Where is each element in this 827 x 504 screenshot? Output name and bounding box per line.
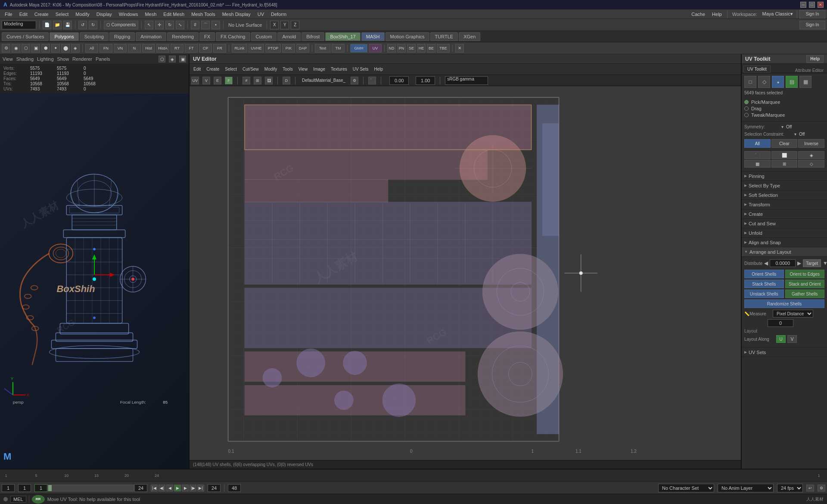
shelf-dap-btn[interactable]: DAP — [296, 44, 309, 53]
char-set-select[interactable]: No Character Set — [658, 484, 714, 492]
sel-icon-6[interactable]: ◇ — [798, 160, 824, 168]
shelf-icon-3[interactable]: ⬡ — [22, 44, 30, 53]
tab-turtle[interactable]: TURTLE — [430, 32, 458, 41]
uv-checker-btn[interactable]: ⬛ — [368, 77, 376, 84]
unstack-shells-btn[interactable]: Unstack Shells — [744, 289, 784, 298]
shelf-uvhe-btn[interactable]: UVHE — [249, 44, 264, 53]
next-key-btn[interactable]: |▶ — [190, 485, 196, 492]
measure-select[interactable]: Pixel Distance UV Distance — [773, 310, 813, 317]
current-time-input[interactable] — [18, 484, 31, 492]
uv-img-btn[interactable]: 🖼 — [265, 77, 273, 84]
shelf-icon-8[interactable]: ◈ — [71, 44, 80, 53]
shelf-fn-btn[interactable]: All — [85, 44, 98, 53]
tab-xgen[interactable]: XGen — [459, 32, 480, 41]
viewport-menu-panels[interactable]: Panels — [96, 56, 110, 62]
settings-btn[interactable]: ⚙ — [818, 485, 825, 492]
play-btn[interactable]: ▶ — [174, 485, 181, 492]
uv-snap-btn[interactable]: ⊞ — [254, 77, 261, 84]
uv-canvas[interactable]: 0.1 0 1 1.1 1.2 人人素材 RCG RCG — [190, 86, 741, 460]
shelf-fn-btn6[interactable]: HistA — [156, 44, 169, 53]
select-by-type-section-header[interactable]: ▶ Select By Type — [742, 181, 827, 190]
viewport-menu-renderer[interactable]: Renderer — [72, 56, 92, 62]
sel-inverse-btn[interactable]: Inverse — [798, 139, 824, 148]
sel-all-btn[interactable]: All — [744, 139, 771, 148]
shelf-het-btn[interactable]: HE — [417, 44, 426, 53]
x-axis-btn[interactable]: X — [270, 21, 279, 29]
shelf-close-btn[interactable]: ✕ — [455, 44, 464, 53]
play-range-slider[interactable] — [48, 485, 134, 492]
move-tool-icon[interactable]: ✛ — [155, 21, 164, 29]
uv-menu-help[interactable]: Help — [372, 66, 385, 72]
tab-fx[interactable]: FX — [199, 32, 215, 41]
uv-grid-btn[interactable]: # — [243, 77, 250, 84]
undo-icon[interactable]: ↺ — [78, 21, 87, 29]
3d-model-viewport[interactable]: 人人素材 RCG BoxShih — [0, 93, 189, 469]
fps-select[interactable]: 24 fps — [777, 484, 803, 492]
shelf-fn-btn9[interactable]: CP — [199, 44, 212, 53]
transform-section-header[interactable]: ▶ Transform — [742, 200, 827, 209]
shelf-fn-btn5[interactable]: Hist — [142, 44, 155, 53]
prev-key-btn[interactable]: ◀| — [159, 485, 165, 492]
tab-fx-caching[interactable]: FX Caching — [216, 32, 250, 41]
tab-animation[interactable]: Animation — [136, 32, 166, 41]
viewport-icon-1[interactable]: ⬡ — [159, 56, 165, 62]
viewport-3d[interactable]: View Shading Lighting Show Renderer Pane… — [0, 54, 190, 469]
sel-icon-2[interactable]: ⬜ — [771, 151, 798, 159]
uv-mode-edge[interactable]: E — [214, 77, 221, 84]
shelf-tbe-btn[interactable]: TBE — [437, 44, 450, 53]
orient-shells-btn[interactable]: Orient Shells — [744, 270, 784, 278]
uv-menu-select[interactable]: Select — [223, 66, 239, 72]
components-button[interactable]: ⬡ Components — [104, 21, 138, 29]
snap-point-icon[interactable]: • — [211, 21, 220, 29]
uv-menu-tools[interactable]: Tools — [280, 66, 295, 72]
menu-display[interactable]: Display — [93, 11, 115, 18]
shelf-icon-1[interactable]: ⚙ — [2, 44, 10, 53]
attr-tab-main[interactable]: UV Toolkit — [743, 65, 771, 73]
tab-rigging[interactable]: Rigging — [109, 32, 135, 41]
close-button[interactable]: ✕ — [818, 2, 824, 8]
distribute-target-btn[interactable]: Target — [803, 259, 821, 267]
arrange-layout-header[interactable]: ▼ Arrange and Layout — [742, 247, 827, 257]
menu-edit[interactable]: Edit — [16, 11, 31, 18]
menu-select[interactable]: Select — [53, 11, 72, 18]
shelf-fn-btn10[interactable]: FR — [213, 44, 226, 53]
viewport-menu-lighting[interactable]: Lighting — [37, 56, 54, 62]
uv-menu-uvsets[interactable]: UV Sets — [351, 66, 371, 72]
open-scene-icon[interactable]: 📁 — [53, 21, 62, 29]
shelf-nd-btn[interactable]: ND — [387, 44, 396, 53]
uv-mode-vert[interactable]: V — [202, 77, 210, 84]
sel-icon-3[interactable]: ◈ — [798, 151, 824, 159]
tab-polygons[interactable]: Polygons — [50, 32, 78, 41]
snap-grid-icon[interactable]: # — [191, 21, 199, 29]
shelf-ptop-btn[interactable]: PTOP — [265, 44, 281, 53]
new-scene-icon[interactable]: 📄 — [43, 21, 51, 29]
stack-and-orient-btn[interactable]: Stack and Orient — [785, 280, 825, 288]
menu-modify[interactable]: Modify — [72, 11, 92, 18]
shelf-rlink-btn[interactable]: RLink — [232, 44, 247, 53]
menu-deform[interactable]: Deform — [268, 11, 289, 18]
end-frame-input[interactable] — [228, 484, 241, 492]
shelf-fn-btn2[interactable]: FN — [99, 44, 112, 53]
menu-mesh-display[interactable]: Mesh Display — [219, 11, 254, 18]
tab-rendering[interactable]: Rendering — [167, 32, 199, 41]
menu-help[interactable]: Help — [709, 11, 725, 18]
uv-menu-create[interactable]: Create — [204, 66, 221, 72]
start-time-input[interactable] — [2, 484, 15, 492]
soft-selection-section-header[interactable]: ▶ Soft Selection — [742, 190, 827, 200]
uv-menu-edit[interactable]: Edit — [191, 66, 203, 72]
viewport-menu-show[interactable]: Show — [57, 56, 69, 62]
anim-layer-select[interactable]: No Anim Layer — [718, 484, 774, 492]
orient-to-edges-btn[interactable]: Orient to Edges — [785, 270, 825, 278]
play-start-input[interactable] — [34, 484, 47, 492]
menu-edit-mesh[interactable]: Edit Mesh — [160, 11, 187, 18]
minimize-button[interactable]: ─ — [800, 2, 806, 8]
uv-val1-input[interactable]: 0.00 — [389, 76, 409, 85]
sel-icon-4[interactable]: ▦ — [744, 160, 771, 168]
shelf-icon-2[interactable]: ◉ — [12, 44, 20, 53]
sel-icon-1[interactable]: ⬛ — [744, 151, 771, 159]
layout-v-btn[interactable]: V — [787, 335, 797, 343]
shelf-be-btn[interactable]: BE — [427, 44, 435, 53]
z-axis-btn[interactable]: Z — [291, 21, 299, 29]
uv-gamma-select[interactable]: sRGB gamma — [445, 76, 488, 85]
tab-sculpting[interactable]: Sculpting — [80, 32, 109, 41]
